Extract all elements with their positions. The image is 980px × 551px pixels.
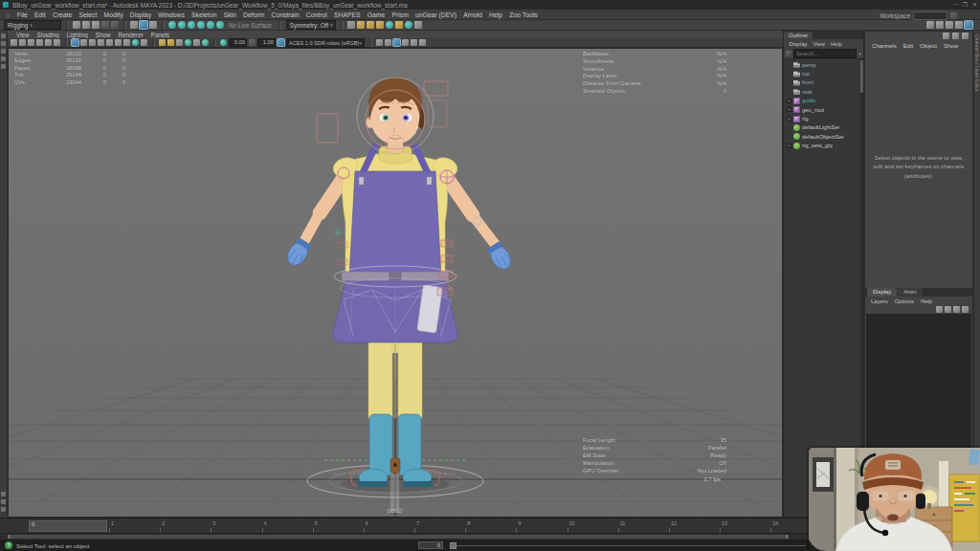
outliner-item[interactable]: persp [784,60,863,69]
shadows-icon[interactable] [176,39,183,46]
camera-attributes-icon[interactable] [28,39,34,46]
slider-speed-icon[interactable] [943,33,949,39]
gamma-icon[interactable] [249,39,256,46]
channel-box-icon[interactable] [965,21,972,29]
snap-projected-center-icon[interactable] [197,21,205,29]
menu-item[interactable]: Deform [239,11,267,18]
render-settings-icon[interactable] [386,21,393,29]
select-object-icon[interactable] [140,21,147,29]
manipulator-icon[interactable] [952,33,959,39]
grid-icon[interactable] [72,39,78,46]
time-tick[interactable]: 3 [211,518,261,533]
all-lights-icon[interactable] [167,39,174,46]
menu-item[interactable]: unGear (DEV) [412,11,459,18]
default-lighting-icon[interactable] [159,39,166,46]
channel-box-menu-item[interactable]: Channels [869,42,900,49]
menu-item[interactable]: Display [126,11,154,18]
separator[interactable] [162,21,165,30]
layer-editor-menu-item[interactable]: Options [892,298,917,304]
channel-settings-icon[interactable] [962,33,969,39]
menu-item[interactable]: Skin [220,11,239,18]
menu-item[interactable]: Prism [389,11,412,18]
home-icon[interactable]: ⌂ [6,11,10,18]
outliner-item[interactable]: rig_sets_grp [784,142,863,150]
separator[interactable] [66,21,69,30]
layout-split-icon[interactable] [1,507,6,512]
snap-point-icon[interactable] [188,21,195,29]
lasso-tool-icon[interactable] [1,41,6,46]
create-layer-from-selected-icon[interactable] [945,306,951,313]
menu-item[interactable]: Control [302,11,330,18]
new-scene-icon[interactable] [73,21,80,29]
outliner-menu-item[interactable]: View [811,41,827,47]
textured-icon[interactable] [402,39,409,46]
panel-menu-item[interactable]: View [12,32,33,38]
exposure-icon[interactable] [220,39,227,46]
menu-item[interactable]: Game [364,11,389,18]
launch-arnold-icon[interactable] [405,21,412,29]
separator[interactable] [341,21,344,30]
use-default-material-icon[interactable] [411,39,417,46]
gamma-field[interactable]: 1.00 [257,38,276,47]
menu-item[interactable]: Constrain [268,11,302,18]
menu-item[interactable]: Arnold [460,11,486,18]
shaded-icon[interactable] [393,39,400,46]
viewport-3d[interactable]: Verts:1810200 Edges:3619200 Faces:180880… [8,48,783,518]
layer-editor-menu-item[interactable]: Help [918,298,935,304]
visibility-checkbox[interactable] [787,143,791,148]
separator[interactable] [278,21,281,30]
time-tick[interactable]: 4 [262,518,313,533]
modeling-toolkit-icon[interactable] [926,21,934,29]
symmetry-dropdown[interactable]: Symmetry: Off▾ [286,20,337,30]
visibility-checkbox[interactable] [787,99,791,103]
panel-menu-item[interactable]: Shading [33,32,63,38]
move-tool-icon[interactable] [1,49,6,54]
hud-icon[interactable] [132,39,139,46]
layer-editor-tab[interactable]: Display [867,288,897,297]
snap-curve-icon[interactable] [178,21,186,29]
snap-grid-icon[interactable] [168,21,176,29]
menu-item[interactable]: Create [49,11,76,18]
layer-editor-tab[interactable]: Anim [898,288,922,297]
menu-item[interactable]: Edit [31,11,49,18]
playhead[interactable]: 0 [29,520,107,532]
outliner-item[interactable]: top [784,69,863,77]
slider-groove[interactable] [450,545,806,546]
create-empty-layer-icon[interactable] [936,306,943,313]
outliner-item[interactable]: front [784,78,863,87]
undo-icon[interactable] [101,21,109,29]
view-transform-dropdown[interactable]: ACES 1.0 SDR-video (sRGB)▾ [286,38,365,48]
snap-view-plane-icon[interactable] [207,21,214,29]
outliner-item[interactable]: defaultObjectSet [784,132,863,141]
safe-action-icon[interactable] [115,39,122,46]
outliner-search-input[interactable] [793,49,857,58]
make-live-icon[interactable] [216,21,224,29]
field-chart-icon[interactable] [106,39,113,46]
open-render-view-icon[interactable] [357,21,365,29]
ipr-render-icon[interactable] [376,21,384,29]
layout-four-view-icon[interactable] [1,499,6,504]
save-scene-icon[interactable] [92,21,100,29]
scale-tool-icon[interactable] [1,64,6,69]
visibility-checkbox[interactable] [787,117,791,121]
move-layer-down-icon[interactable] [962,306,969,313]
exposure-field[interactable]: 0.00 [229,38,247,47]
bookmark-icon[interactable] [36,39,43,46]
tool-settings-icon[interactable] [955,21,963,29]
menu-item[interactable]: SHAPES [330,11,364,18]
menu-item[interactable]: Windows [155,11,189,18]
rotate-tool-icon[interactable] [1,56,6,61]
menu-item[interactable]: Help [485,11,505,18]
redo-icon[interactable] [111,21,119,29]
pause-viewport-icon[interactable] [414,21,422,29]
layer-editor-menu-item[interactable]: Layers [868,298,891,304]
humanik-icon[interactable] [936,21,944,29]
construction-history-icon[interactable] [347,21,355,29]
channel-box-side-tab[interactable]: Channel Box / Layer Editor [974,34,980,92]
select-camera-icon[interactable] [11,39,17,46]
select-hierarchy-icon[interactable] [130,21,138,29]
close-icon[interactable]: ✕ [972,1,977,8]
visibility-checkbox[interactable] [787,107,791,112]
xray-icon[interactable] [419,39,426,46]
isolate-select-icon[interactable] [376,39,383,46]
